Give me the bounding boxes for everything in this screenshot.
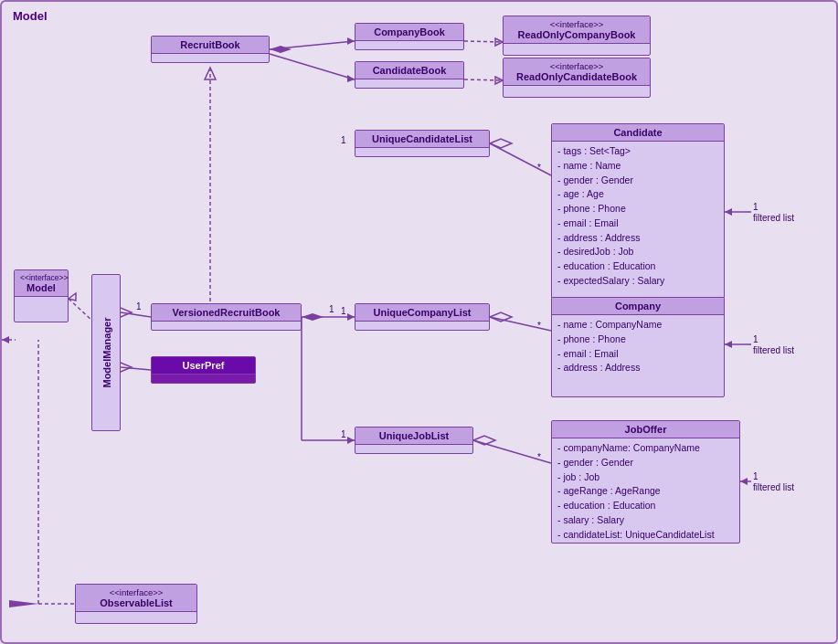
interface-model-box: <<interface>> Model bbox=[14, 269, 69, 322]
svg-text:*: * bbox=[537, 163, 541, 173]
joboffer-body: - companyName: CompanyName - gender : Ge… bbox=[552, 438, 739, 544]
svg-line-42 bbox=[121, 367, 151, 370]
candidate-box: Candidate - tags : Set<Tag> - name : Nam… bbox=[551, 123, 725, 299]
filtered-list-3: filtered list bbox=[753, 482, 794, 492]
recruitbook-box: RecruitBook bbox=[151, 36, 270, 63]
company-body: - name : CompanyName - phone : Phone - e… bbox=[552, 315, 724, 378]
svg-line-0 bbox=[270, 41, 355, 49]
joboffer-box: JobOffer - companyName: CompanyName - ge… bbox=[551, 420, 740, 544]
svg-marker-31 bbox=[725, 208, 732, 216]
uniquejoblist-header: UniqueJobList bbox=[355, 428, 472, 445]
userpref-header: UserPref bbox=[152, 357, 255, 375]
readonlycompanybook-box: <<interface>> ReadOnlyCompanyBook bbox=[503, 16, 651, 56]
uniquecompanylist-header: UniqueCompanyList bbox=[355, 304, 489, 322]
readonlycandidatebook-header: <<interface>> ReadOnlyCandidateBook bbox=[504, 58, 650, 86]
candidatebook-header: CandidateBook bbox=[355, 62, 463, 79]
companybook-box: CompanyBook bbox=[355, 23, 464, 50]
svg-text:*: * bbox=[537, 452, 541, 462]
svg-marker-2 bbox=[347, 37, 355, 45]
svg-text:1: 1 bbox=[341, 429, 346, 439]
svg-marker-26 bbox=[347, 437, 355, 444]
svg-text:1: 1 bbox=[753, 471, 758, 481]
svg-line-44 bbox=[69, 299, 93, 322]
svg-marker-18 bbox=[347, 313, 355, 321]
svg-text:1: 1 bbox=[753, 202, 758, 212]
svg-text:1: 1 bbox=[341, 306, 346, 316]
svg-marker-49 bbox=[9, 600, 38, 607]
diagram-container: Model 1 * 1 1 bbox=[0, 0, 838, 644]
svg-marker-8 bbox=[495, 77, 503, 84]
svg-marker-28 bbox=[473, 436, 495, 445]
readonlycompanybook-header: <<interface>> ReadOnlyCompanyBook bbox=[504, 16, 650, 44]
observablelist-header: <<interface>> ObservableList bbox=[76, 585, 196, 612]
svg-marker-45 bbox=[69, 293, 76, 301]
versionedrecruitbook-box: VersionedRecruitBook bbox=[151, 303, 302, 331]
versionedrecruitbook-header: VersionedRecruitBook bbox=[152, 304, 301, 322]
svg-text:1: 1 bbox=[753, 334, 758, 344]
svg-marker-1 bbox=[270, 46, 292, 53]
svg-marker-4 bbox=[347, 75, 355, 82]
svg-line-7 bbox=[464, 79, 503, 80]
svg-line-12 bbox=[490, 143, 551, 175]
svg-line-39 bbox=[121, 312, 151, 317]
uniquecandidatelist-header: UniqueCandidateList bbox=[355, 131, 489, 148]
uniquejoblist-box: UniqueJobList bbox=[355, 427, 473, 454]
company-header: Company bbox=[552, 298, 724, 315]
svg-text:1: 1 bbox=[329, 304, 334, 314]
svg-line-27 bbox=[473, 440, 551, 463]
readonlycandidatebook-box: <<interface>> ReadOnlyCandidateBook bbox=[503, 58, 651, 98]
svg-marker-21 bbox=[490, 312, 512, 322]
uniquecandidatelist-box: UniqueCandidateList bbox=[355, 130, 490, 157]
svg-text:1: 1 bbox=[136, 301, 142, 311]
svg-marker-17 bbox=[302, 313, 324, 321]
uniquecompanylist-box: UniqueCompanyList bbox=[355, 303, 490, 331]
interface-model-header: <<interface>> Model bbox=[15, 270, 68, 297]
candidatebook-box: CandidateBook bbox=[355, 61, 464, 89]
filtered-list-1: filtered list bbox=[753, 213, 794, 223]
svg-marker-6 bbox=[495, 38, 503, 46]
svg-line-5 bbox=[464, 41, 503, 42]
svg-marker-34 bbox=[725, 341, 732, 348]
candidate-body: - tags : Set<Tag> - name : Name - gender… bbox=[552, 142, 724, 291]
filtered-list-2: filtered list bbox=[753, 345, 794, 355]
recruitbook-header: RecruitBook bbox=[152, 37, 269, 54]
svg-marker-10 bbox=[205, 68, 216, 79]
svg-line-3 bbox=[270, 54, 355, 79]
company-box: Company - name : CompanyName - phone : P… bbox=[551, 297, 725, 397]
svg-marker-13 bbox=[490, 139, 512, 148]
companybook-header: CompanyBook bbox=[355, 24, 463, 41]
userpref-box: UserPref bbox=[151, 356, 256, 384]
svg-marker-37 bbox=[740, 478, 748, 485]
modelmanager-label: ModelManager bbox=[101, 317, 111, 387]
observablelist-box: <<interface>> ObservableList bbox=[75, 584, 197, 624]
candidate-header: Candidate bbox=[552, 124, 724, 142]
diagram-title: Model bbox=[13, 9, 48, 23]
svg-text:1: 1 bbox=[341, 135, 346, 145]
modelmanager-box: ModelManager bbox=[91, 274, 121, 431]
svg-line-20 bbox=[490, 317, 551, 331]
svg-text:*: * bbox=[537, 321, 541, 331]
svg-marker-47 bbox=[2, 336, 9, 343]
joboffer-header: JobOffer bbox=[552, 421, 739, 438]
